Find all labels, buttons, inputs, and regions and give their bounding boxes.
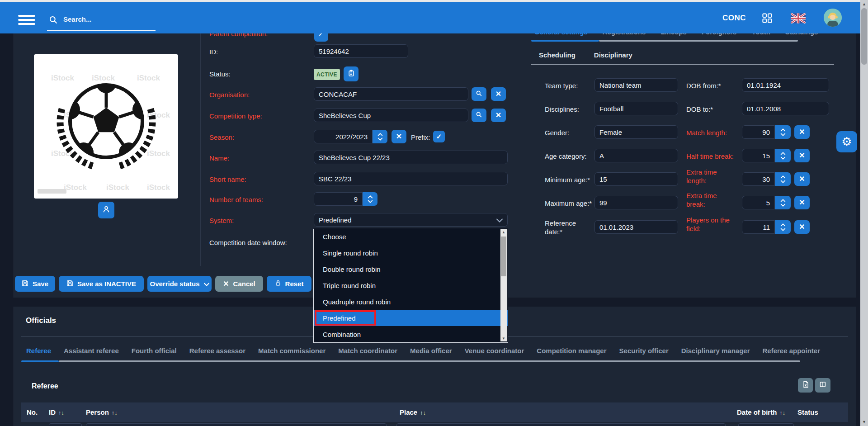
tab-competition-manager[interactable]: Competition manager	[537, 347, 606, 355]
extra-time-break-field[interactable]: 5	[742, 196, 775, 209]
id-filter-input[interactable]	[49, 423, 82, 426]
place-filter-input[interactable]	[396, 423, 726, 426]
dropdown-scrollbar[interactable]: ▲ ▼	[500, 229, 507, 341]
competition-type-search-button[interactable]	[472, 109, 486, 122]
maximum-age-field[interactable]: 99	[594, 196, 678, 209]
players-on-field-field[interactable]: 11	[742, 220, 775, 234]
override-status-button[interactable]: Override status	[147, 276, 212, 292]
dob-filter-input[interactable]	[738, 423, 794, 426]
id-field[interactable]: 51924642	[314, 44, 408, 58]
sort-icon[interactable]: ↑↓	[58, 409, 64, 416]
sort-icon[interactable]: ↑↓	[420, 409, 426, 416]
reference-date-field[interactable]: 01.01.2023	[594, 220, 678, 234]
age-category-field[interactable]: A	[594, 149, 678, 162]
tab-disciplinary[interactable]: Disciplinary	[594, 51, 632, 59]
extra-time-length-clear-button[interactable]: ✕	[794, 172, 810, 186]
reset-button[interactable]: Reset	[267, 276, 311, 292]
col-place[interactable]: Place↑↓	[400, 408, 426, 416]
season-stepper[interactable]	[373, 130, 387, 143]
gender-field[interactable]: Female	[594, 125, 678, 139]
col-person[interactable]: Person↑↓	[86, 408, 118, 416]
scroll-down-icon[interactable]: ▼	[500, 336, 507, 341]
season-clear-button[interactable]: ✕	[392, 130, 406, 143]
system-select[interactable]: Predefined	[314, 213, 508, 227]
scroll-up-icon[interactable]: ▲	[500, 229, 507, 235]
tab-referee[interactable]: Referee	[26, 347, 51, 355]
organisation-field[interactable]: CONCACAF	[314, 87, 468, 101]
page-scroll-thumb[interactable]	[861, 8, 867, 65]
organisation-search-button[interactable]	[472, 87, 486, 101]
option-quadruple-round-robin[interactable]: Quadruple round robin	[314, 293, 508, 310]
user-avatar[interactable]	[824, 9, 842, 27]
save-button[interactable]: Save	[15, 276, 55, 292]
apps-grid-icon[interactable]	[762, 13, 773, 25]
search-input[interactable]	[62, 15, 153, 24]
language-flag-uk-icon[interactable]	[791, 13, 806, 24]
dob-from-field[interactable]: 01.01.1924	[742, 78, 829, 92]
dropdown-scroll-thumb[interactable]	[501, 237, 506, 276]
reset-label: Reset	[285, 280, 304, 288]
tab-match-coordinator[interactable]: Match coordinator	[338, 347, 397, 355]
dob-to-field[interactable]: 01.01.2008	[742, 102, 829, 115]
tab-security-officer[interactable]: Security officer	[619, 347, 669, 355]
status-history-button[interactable]	[344, 66, 359, 81]
organisation-clear-button[interactable]: ✕	[491, 87, 506, 101]
tab-scheduling[interactable]: Scheduling	[539, 51, 576, 59]
save-as-inactive-button[interactable]: Save as INACTIVE	[59, 276, 144, 292]
extra-time-break-stepper[interactable]	[775, 196, 791, 209]
scroll-down-icon[interactable]: ▼	[860, 418, 868, 426]
logo-person-button[interactable]	[98, 202, 114, 218]
settings-gear-button[interactable]: ⚙	[836, 131, 857, 152]
extra-time-break-clear-button[interactable]: ✕	[794, 196, 810, 209]
tab-media-officer[interactable]: Media officer	[410, 347, 452, 355]
export-excel-button[interactable]	[798, 378, 813, 393]
scroll-up-icon[interactable]: ▲	[860, 0, 868, 8]
short-name-label: Short name:	[209, 175, 246, 183]
option-triple-round-robin[interactable]: Triple round robin	[314, 277, 508, 293]
short-name-field[interactable]: SBC 22/23	[314, 172, 508, 185]
save-icon	[22, 280, 28, 288]
players-on-field-stepper[interactable]	[775, 220, 791, 234]
number-of-teams-field[interactable]: 9	[314, 192, 363, 206]
competition-type-field[interactable]: SheBelieves Cup	[314, 109, 468, 122]
cancel-button[interactable]: ✕ Cancel	[215, 276, 263, 292]
extra-time-length-stepper[interactable]	[775, 172, 791, 186]
option-single-round-robin[interactable]: Single round robin	[314, 245, 508, 261]
name-field[interactable]: SheBelieves Cup 22/23	[314, 151, 508, 164]
option-combination[interactable]: Combination	[314, 326, 508, 342]
team-type-field[interactable]: National team	[594, 78, 678, 92]
person-filter-input[interactable]	[86, 423, 387, 426]
col-date-of-birth[interactable]: Date of birth↑↓	[737, 408, 785, 416]
minimum-age-field[interactable]: 15	[594, 172, 678, 186]
disciplines-field[interactable]: Football	[594, 102, 678, 115]
page-scrollbar[interactable]: ▲ ▼	[860, 0, 868, 426]
match-length-field[interactable]: 90	[742, 125, 775, 139]
tab-referee-appointer[interactable]: Referee appointer	[762, 347, 820, 355]
half-time-break-field[interactable]: 15	[742, 149, 775, 162]
match-length-clear-button[interactable]: ✕	[794, 125, 810, 139]
tab-disciplinary-manager[interactable]: Disciplinary manager	[681, 347, 750, 355]
tab-referee-assessor[interactable]: Referee assessor	[189, 347, 245, 355]
hamburger-menu-icon[interactable]	[18, 15, 35, 25]
tab-assistant-referee[interactable]: Assistant referee	[64, 347, 119, 355]
tab-match-commissioner[interactable]: Match commissioner	[258, 347, 326, 355]
extra-time-length-field[interactable]: 30	[742, 172, 775, 186]
half-time-break-stepper[interactable]	[775, 149, 791, 162]
prefix-checkbox[interactable]: ✓	[433, 131, 445, 142]
columns-toggle-button[interactable]	[815, 378, 830, 393]
number-of-teams-stepper[interactable]	[363, 192, 377, 206]
option-double-round-robin[interactable]: Double round robin	[314, 261, 508, 277]
tab-venue-coordinator[interactable]: Venue coordinator	[465, 347, 524, 355]
season-field[interactable]: 2022/2023	[314, 130, 373, 143]
competition-type-clear-button[interactable]: ✕	[491, 109, 506, 122]
match-length-stepper[interactable]	[775, 125, 791, 139]
org-code-label[interactable]: CONC	[722, 14, 746, 23]
players-on-field-clear-button[interactable]: ✕	[794, 220, 810, 234]
sort-icon[interactable]: ↑↓	[779, 409, 785, 416]
name-label: Name:	[209, 154, 229, 162]
col-id[interactable]: ID↑↓	[49, 408, 64, 416]
option-choose[interactable]: Choose	[314, 228, 508, 245]
sort-icon[interactable]: ↑↓	[112, 409, 118, 416]
tab-fourth-official[interactable]: Fourth official	[132, 347, 177, 355]
half-time-break-clear-button[interactable]: ✕	[794, 149, 810, 162]
